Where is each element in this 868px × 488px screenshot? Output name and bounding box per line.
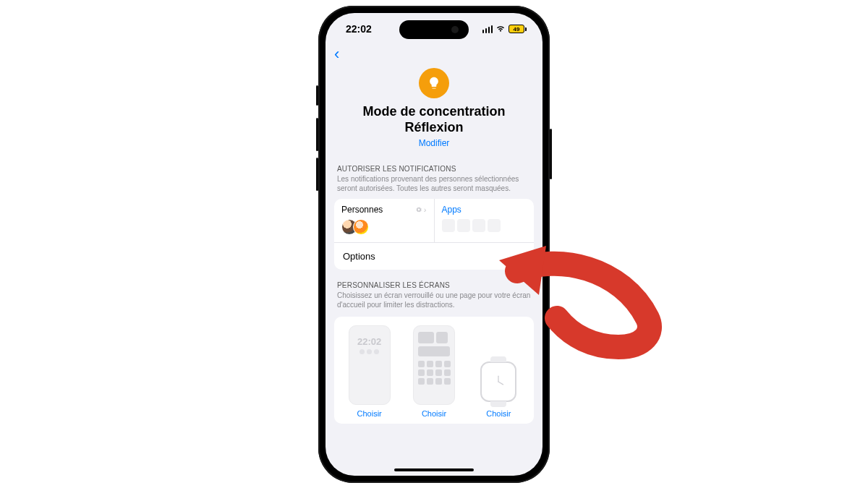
choose-button[interactable]: Choisir xyxy=(422,409,446,418)
notifications-card: Personnes › Apps xyxy=(334,199,534,270)
section-desc: Choisissez un écran verrouillé ou une pa… xyxy=(337,291,531,309)
apps-placeholder xyxy=(442,219,527,232)
people-avatars xyxy=(341,219,427,235)
people-column[interactable]: Personnes › xyxy=(334,199,434,242)
screens-card: 22:02 Choisir Choisir xyxy=(334,317,534,424)
lightbulb-icon xyxy=(419,68,449,98)
screens-section-header: PERSONNALISER LES ÉCRANS Choisissez un é… xyxy=(326,270,542,311)
choose-button[interactable]: Choisir xyxy=(486,409,511,418)
watch-option[interactable]: Choisir xyxy=(469,361,528,418)
homescreen-option[interactable]: Choisir xyxy=(404,325,463,418)
section-title: AUTORISER LES NOTIFICATIONS xyxy=(337,165,531,173)
choose-button[interactable]: Choisir xyxy=(357,409,382,418)
gear-icon xyxy=(415,206,422,213)
section-desc: Les notifications provenant des personne… xyxy=(337,174,531,193)
lockscreen-time: 22:02 xyxy=(349,336,390,347)
lockscreen-option[interactable]: 22:02 Choisir xyxy=(340,325,399,418)
homescreen-preview xyxy=(413,325,455,405)
phone-screen: 22:02 49 ‹ Mode de c xyxy=(326,13,542,476)
notifications-section-header: AUTORISER LES NOTIFICATIONS Les notifica… xyxy=(326,153,542,194)
section-title: PERSONNALISER LES ÉCRANS xyxy=(337,281,531,289)
phone-side-button xyxy=(316,85,318,106)
phone-side-button xyxy=(550,129,552,179)
wifi-icon xyxy=(495,24,506,34)
title-line1: Mode de concentration xyxy=(362,104,505,119)
chevron-right-icon: › xyxy=(424,205,427,214)
home-indicator[interactable] xyxy=(394,468,474,471)
lockscreen-preview: 22:02 xyxy=(349,325,391,405)
phone-side-button xyxy=(316,158,318,191)
options-row[interactable]: Options xyxy=(334,242,534,270)
edit-link[interactable]: Modifier xyxy=(419,138,450,148)
cellular-icon xyxy=(482,25,493,33)
status-time: 22:02 xyxy=(346,23,372,35)
battery-indicator: 49 xyxy=(509,25,527,33)
focus-header: Mode de concentration Réflexion Modifier xyxy=(326,62,542,153)
phone-side-button xyxy=(316,118,318,151)
title-line2: Réflexion xyxy=(404,120,463,134)
dynamic-island xyxy=(399,20,469,39)
apps-column[interactable]: Apps xyxy=(434,199,535,242)
iphone-frame: 22:02 49 ‹ Mode de c xyxy=(318,6,550,483)
apps-label: Apps xyxy=(442,205,461,215)
people-label: Personnes xyxy=(341,205,383,215)
back-button[interactable]: ‹ xyxy=(331,45,339,63)
nav-bar: ‹ xyxy=(326,45,542,62)
clock-icon xyxy=(489,372,508,391)
watch-preview xyxy=(480,361,516,402)
battery-percent: 49 xyxy=(514,26,520,33)
page-title: Mode de concentration Réflexion xyxy=(337,104,531,135)
avatar xyxy=(353,219,369,235)
svg-line-1 xyxy=(498,382,503,385)
people-disclosure: › xyxy=(415,205,427,214)
